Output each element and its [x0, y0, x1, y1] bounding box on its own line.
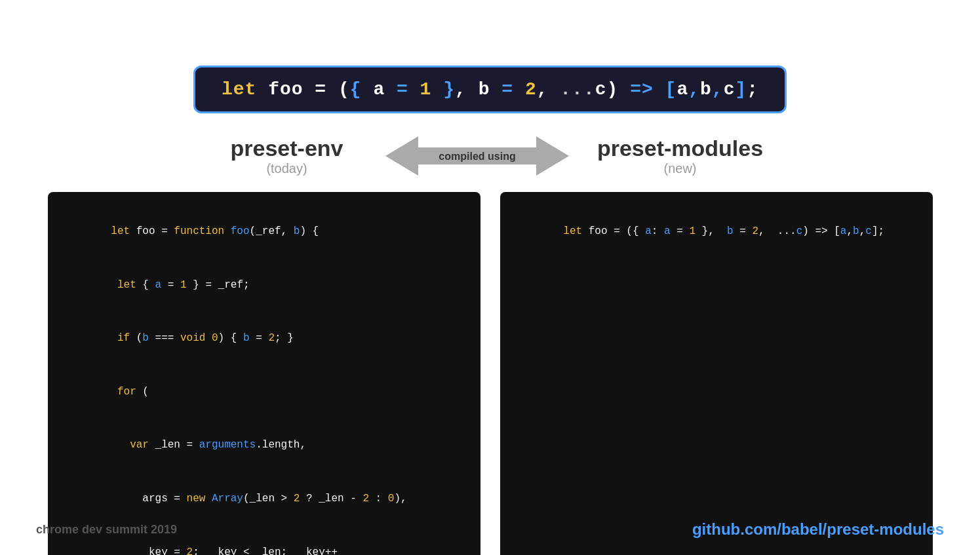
left-code-panel: let foo = function foo(_ref, b) { let { … [48, 192, 480, 555]
brand-year: 2019 [151, 523, 177, 536]
code-line-1: let foo = function foo(_ref, b) { [61, 205, 467, 259]
arrow-container: compiled using [385, 133, 569, 179]
code-line-4: for ( [61, 366, 467, 419]
footer-link[interactable]: github.com/babel/preset-modules [692, 520, 944, 539]
code-line-5: var _len = arguments.length, [61, 419, 467, 472]
top-code-box: let foo = ({ a = 1 }, b = 2, ...c) => [a… [193, 66, 787, 113]
preset-modules-label: preset-modules (new) [569, 136, 792, 176]
preset-env-label: preset-env (today) [189, 136, 385, 176]
preset-env-title: preset-env [189, 136, 385, 161]
arrow-text: compiled using [439, 151, 515, 162]
preset-modules-subtitle: (new) [569, 161, 792, 176]
brand-name: chrome dev summit [36, 523, 147, 536]
footer: chrome dev summit 2019 github.com/babel/… [0, 520, 980, 539]
double-arrow-svg: compiled using [385, 133, 569, 179]
right-code-line-1: let foo = ({ a: a = 1 }, b = 2, ...c) =>… [513, 205, 920, 259]
preset-env-subtitle: (today) [189, 161, 385, 176]
code-keyword-let: let [222, 79, 268, 100]
slide: let foo = ({ a = 1 }, b = 2, ...c) => [a… [0, 0, 980, 555]
preset-modules-title: preset-modules [569, 136, 792, 161]
footer-brand: chrome dev summit 2019 [36, 523, 177, 537]
bottom-panels: let foo = function foo(_ref, b) { let { … [0, 192, 980, 555]
right-code-panel: let foo = ({ a: a = 1 }, b = 2, ...c) =>… [500, 192, 933, 555]
code-line-3: if (b === void 0) { b = 2; } [61, 312, 467, 366]
middle-section: preset-env (today) compiled using preset… [0, 133, 980, 179]
code-line-2: let { a = 1 } = _ref; [61, 259, 467, 313]
code-line-6: args = new Array(_len > 2 ? _len - 2 : 0… [61, 472, 467, 526]
